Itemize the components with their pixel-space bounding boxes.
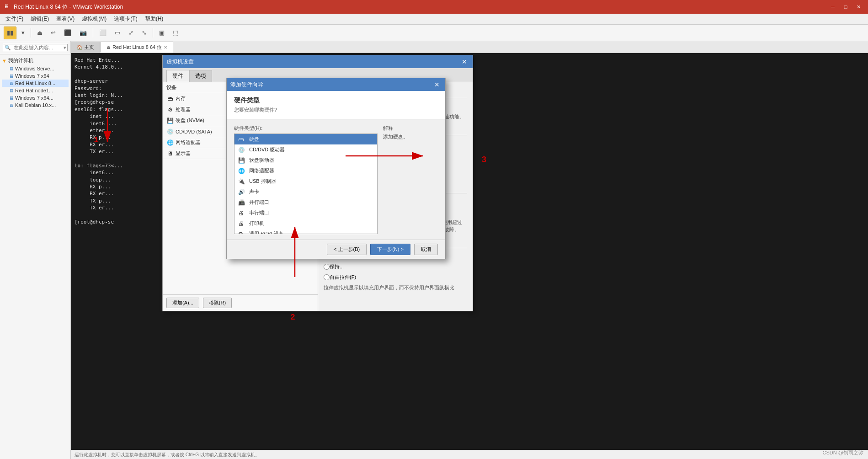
sidebar-item-vm4[interactable]: 🖥 Red Hat node1...	[2, 87, 69, 94]
tab-home[interactable]: 🏠 主页	[71, 42, 100, 53]
toolbar: ▮▮ ▾ ⏏ ↩ ⬛ 📷 ⬜ ▭ ⤢ ⤡ ▣ ⬚	[0, 25, 868, 41]
cddvd-type-icon: 💿	[238, 147, 246, 153]
serial-type-icon: 🖨	[238, 210, 246, 216]
title-bar: 🖥 Red Hat Linux 8 64 位 - VMware Workstat…	[0, 0, 868, 14]
sidebar-item-label: 我的计算机	[8, 57, 33, 64]
keep-ratio-radio[interactable]	[324, 264, 330, 270]
sidebar-item-vm5[interactable]: 🖥 Windows 7 x64...	[2, 94, 69, 101]
back-button[interactable]: < 上一步(B)	[327, 244, 367, 255]
hw-type-item-scsi[interactable]: ⚙ 通用 SCSI 设备	[234, 229, 377, 234]
toolbar-unity-button[interactable]: ▭	[112, 27, 123, 39]
folder-icon: ▼	[2, 58, 7, 64]
vm-icon: 🖥	[9, 103, 14, 108]
hw-type-label-cddvd: CD/DVD 驱动器	[249, 146, 285, 153]
parallel-type-icon: 📠	[238, 199, 246, 206]
hw-type-item-usb[interactable]: 🔌 USB 控制器	[234, 176, 377, 187]
content-area: 🏠 主页 🖥 Red Hat Linux 8 64 位 ✕ Red Hat En…	[71, 41, 868, 459]
app-icon: 🖥	[4, 3, 11, 11]
toolbar-power-button[interactable]: ⏏	[34, 27, 46, 39]
cpu-icon: ⚙	[166, 107, 174, 113]
hw-type-label-usb: USB 控制器	[249, 178, 276, 185]
free-stretch-radio[interactable]	[324, 274, 330, 280]
hw-type-item-nic[interactable]: 🌐 网络适配器	[234, 165, 377, 176]
sidebar-item-vm6[interactable]: 🖥 Kali Debian 10.x...	[2, 101, 69, 109]
hdd-type-icon: 🗃	[238, 136, 246, 143]
hw-type-item-cddvd[interactable]: 💿 CD/DVD 驱动器	[234, 144, 377, 155]
next-button[interactable]: 下一步(N) >	[370, 244, 410, 255]
minimize-button[interactable]: ─	[827, 2, 839, 11]
toolbar-preferences-button[interactable]: ⬚	[170, 27, 181, 39]
add-hw-titlebar: 添加硬件向导 ✕	[227, 78, 445, 91]
pause-more-button[interactable]: ▾	[18, 27, 28, 39]
sidebar-tree: ▼ 我的计算机 🖥 Windows Serve... 🖥 Windows 7 x…	[0, 54, 70, 459]
add-hw-header-subtitle: 您要安装哪类硬件?	[234, 107, 438, 113]
add-hw-close-button[interactable]: ✕	[432, 80, 442, 89]
menu-vm[interactable]: 虚拟机(M)	[78, 14, 110, 24]
menu-bar: 文件(F) 编辑(E) 查看(V) 虚拟机(M) 选项卡(T) 帮助(H)	[0, 14, 868, 25]
menu-help[interactable]: 帮助(H)	[141, 14, 167, 24]
menu-edit[interactable]: 编辑(E)	[27, 14, 53, 24]
toolbar-fullscreen-button[interactable]: ⬜	[96, 27, 110, 39]
vm-icon: 🖥	[9, 88, 14, 93]
close-button[interactable]: ✕	[852, 2, 864, 11]
add-hw-header: 硬件类型 您要安装哪类硬件?	[227, 91, 445, 119]
settings-tab-hardware[interactable]: 硬件	[166, 70, 189, 82]
toolbar-restart-button[interactable]: ↩	[48, 27, 59, 39]
row-free-stretch-desc: 拉伸虚拟机显示以填充用户界面，而不保持用户界面纵横比	[324, 284, 467, 291]
hw-type-item-parallel[interactable]: 📠 并行端口	[234, 197, 377, 208]
menu-tabs[interactable]: 选项卡(T)	[110, 14, 141, 24]
toolbar-terminal-button[interactable]: ▣	[156, 27, 168, 39]
sidebar-item-vm2[interactable]: 🖥 Windows 7 x64	[2, 72, 69, 80]
hw-type-item-floppy[interactable]: 💾 软盘驱动器	[234, 155, 377, 165]
search-input[interactable]	[12, 44, 63, 51]
printer-type-icon: 🖨	[238, 220, 246, 227]
row-free-stretch: 自由拉伸(F)	[324, 274, 467, 281]
hw-type-item-printer[interactable]: 🖨 打印机	[234, 218, 377, 229]
hw-type-label-scsi: 通用 SCSI 设备	[249, 230, 284, 234]
hw-description-panel: 解释 添加硬盘。	[383, 125, 438, 234]
remove-device-button[interactable]: 移除(R)	[203, 298, 232, 308]
hw-type-label-hdd: 硬盘	[249, 136, 259, 143]
cancel-button[interactable]: 取消	[414, 244, 438, 255]
tab-bar: 🏠 主页 🖥 Red Hat Linux 8 64 位 ✕	[71, 41, 868, 53]
sidebar-item-vm1[interactable]: 🖥 Windows Serve...	[2, 65, 69, 72]
search-dropdown-icon[interactable]: ▾	[63, 45, 67, 51]
toolbar-stretch-button[interactable]: ⤢	[125, 27, 137, 39]
watermark: CSDN @钊雨之弥	[823, 449, 863, 456]
status-text: 运行此虚拟机时，您可以直接单击虚拟机屏幕，或者按 Ctrl+G 以将输入直接发送…	[75, 452, 260, 458]
vm-settings-close-button[interactable]: ✕	[460, 58, 469, 66]
tab-close-icon[interactable]: ✕	[164, 45, 167, 50]
status-bar: 运行此虚拟机时，您可以直接单击虚拟机屏幕，或者按 Ctrl+G 以将输入直接发送…	[71, 450, 868, 459]
hw-type-item-hdd[interactable]: 🗃 硬盘	[234, 134, 377, 144]
maximize-button[interactable]: □	[840, 2, 852, 11]
tab-rhel[interactable]: 🖥 Red Hat Linux 8 64 位 ✕	[100, 42, 173, 53]
hw-type-list: 🗃 硬盘 💿 CD/DVD 驱动器 💾 软盘驱动器 🌐	[234, 133, 378, 234]
sidebar-item-mycomputer[interactable]: ▼ 我的计算机	[2, 56, 69, 65]
vm-tab-icon: 🖥	[106, 45, 111, 50]
device-list-footer: 添加(A)... 移除(R)	[163, 294, 318, 311]
pause-button[interactable]: ▮▮	[4, 27, 16, 39]
toolbar-mirroring-button[interactable]: ⤡	[138, 27, 150, 39]
audio-type-icon: 🔊	[238, 189, 246, 195]
menu-view[interactable]: 查看(V)	[53, 14, 78, 24]
free-stretch-desc-text: 拉伸虚拟机显示以填充用户界面，而不保持用户界面纵横比	[324, 284, 454, 291]
add-hw-header-title: 硬件类型	[234, 96, 438, 105]
usb-type-icon: 🔌	[238, 178, 246, 185]
hw-type-item-audio[interactable]: 🔊 声卡	[234, 187, 377, 197]
settings-tab-options[interactable]: 选项	[189, 70, 212, 82]
home-icon: 🏠	[77, 45, 82, 50]
menu-file[interactable]: 文件(F)	[2, 14, 27, 24]
sidebar-search-box[interactable]: 🔍 ▾	[3, 44, 68, 51]
hw-type-item-serial[interactable]: 🖨 串行端口	[234, 208, 377, 218]
sidebar-item-label: Red Hat Linux 8...	[15, 80, 55, 86]
add-hw-title: 添加硬件向导	[230, 81, 432, 89]
cddvd-icon: 💿	[166, 128, 174, 135]
add-device-button[interactable]: 添加(A)...	[166, 298, 199, 308]
hw-type-label-printer: 打印机	[249, 220, 264, 227]
vm-settings-title: 虚拟机设置	[166, 58, 460, 66]
toolbar-suspend-button[interactable]: ⬛	[61, 27, 75, 39]
toolbar-snapshot-button[interactable]: 📷	[76, 27, 90, 39]
sidebar-item-vm3[interactable]: 🖥 Red Hat Linux 8...	[2, 80, 69, 87]
vm-icon: 🖥	[9, 74, 14, 79]
row-keep: 保持...	[324, 263, 467, 270]
